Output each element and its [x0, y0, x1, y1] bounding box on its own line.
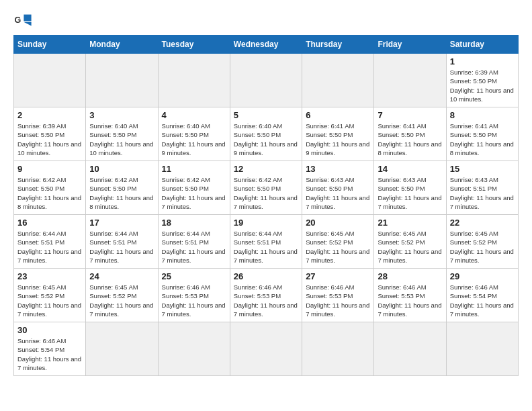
day-number: 3 [89, 110, 154, 120]
calendar-week-4: 23Sunrise: 6:45 AM Sunset: 5:52 PM Dayli… [14, 269, 519, 322]
calendar-cell: 20Sunrise: 6:45 AM Sunset: 5:52 PM Dayli… [302, 215, 374, 269]
day-number: 15 [450, 164, 515, 174]
calendar-cell: 18Sunrise: 6:44 AM Sunset: 5:51 PM Dayli… [158, 215, 230, 269]
day-info: Sunrise: 6:42 AM Sunset: 5:50 PM Dayligh… [162, 175, 226, 211]
day-info: Sunrise: 6:41 AM Sunset: 5:50 PM Dayligh… [450, 122, 515, 157]
day-number: 20 [306, 218, 370, 228]
svg-marker-1 [24, 15, 31, 21]
calendar-cell: 11Sunrise: 6:42 AM Sunset: 5:50 PM Dayli… [158, 161, 230, 215]
header-row: SundayMondayTuesdayWednesdayThursdayFrid… [14, 36, 519, 54]
calendar-cell [374, 322, 446, 376]
calendar-cell: 14Sunrise: 6:43 AM Sunset: 5:50 PM Dayli… [374, 161, 446, 215]
calendar-cell: 8Sunrise: 6:41 AM Sunset: 5:50 PM Daylig… [446, 107, 518, 161]
calendar-cell: 3Sunrise: 6:40 AM Sunset: 5:50 PM Daylig… [86, 107, 158, 161]
header-saturday: Saturday [446, 36, 518, 54]
day-info: Sunrise: 6:43 AM Sunset: 5:50 PM Dayligh… [306, 175, 370, 211]
calendar-cell: 6Sunrise: 6:41 AM Sunset: 5:50 PM Daylig… [302, 107, 374, 161]
calendar-cell: 7Sunrise: 6:41 AM Sunset: 5:50 PM Daylig… [374, 107, 446, 161]
day-info: Sunrise: 6:46 AM Sunset: 5:53 PM Dayligh… [306, 283, 370, 318]
day-number: 28 [378, 271, 442, 281]
calendar-week-1: 2Sunrise: 6:39 AM Sunset: 5:50 PM Daylig… [14, 107, 519, 161]
calendar-cell [374, 54, 446, 107]
calendar-cell: 21Sunrise: 6:45 AM Sunset: 5:52 PM Dayli… [374, 215, 446, 269]
calendar-cell: 27Sunrise: 6:46 AM Sunset: 5:53 PM Dayli… [302, 269, 374, 322]
day-number: 2 [17, 110, 82, 120]
day-number: 21 [378, 218, 442, 228]
calendar-cell: 5Sunrise: 6:40 AM Sunset: 5:50 PM Daylig… [230, 107, 302, 161]
day-info: Sunrise: 6:41 AM Sunset: 5:50 PM Dayligh… [306, 122, 370, 157]
calendar-cell: 22Sunrise: 6:45 AM Sunset: 5:52 PM Dayli… [446, 215, 518, 269]
header-sunday: Sunday [14, 36, 86, 54]
calendar-cell [86, 322, 158, 376]
calendar-table: SundayMondayTuesdayWednesdayThursdayFrid… [13, 35, 519, 376]
day-info: Sunrise: 6:45 AM Sunset: 5:52 PM Dayligh… [450, 229, 515, 265]
calendar-week-0: 1Sunrise: 6:39 AM Sunset: 5:50 PM Daylig… [14, 54, 519, 107]
calendar-cell [446, 322, 518, 376]
calendar-week-3: 16Sunrise: 6:44 AM Sunset: 5:51 PM Dayli… [14, 215, 519, 269]
svg-marker-2 [24, 22, 31, 26]
day-info: Sunrise: 6:44 AM Sunset: 5:51 PM Dayligh… [234, 229, 298, 265]
calendar-cell [230, 54, 302, 107]
day-number: 4 [162, 110, 226, 120]
calendar-cell: 28Sunrise: 6:46 AM Sunset: 5:53 PM Dayli… [374, 269, 446, 322]
calendar-cell: 4Sunrise: 6:40 AM Sunset: 5:50 PM Daylig… [158, 107, 230, 161]
calendar-cell [302, 322, 374, 376]
calendar-week-2: 9Sunrise: 6:42 AM Sunset: 5:50 PM Daylig… [14, 161, 519, 215]
calendar-cell: 24Sunrise: 6:45 AM Sunset: 5:52 PM Dayli… [86, 269, 158, 322]
calendar-cell: 26Sunrise: 6:46 AM Sunset: 5:53 PM Dayli… [230, 269, 302, 322]
day-info: Sunrise: 6:42 AM Sunset: 5:50 PM Dayligh… [17, 175, 82, 211]
page-header: G [13, 11, 519, 30]
day-number: 1 [450, 56, 515, 66]
day-info: Sunrise: 6:44 AM Sunset: 5:51 PM Dayligh… [162, 229, 226, 265]
day-info: Sunrise: 6:40 AM Sunset: 5:50 PM Dayligh… [89, 122, 154, 157]
day-info: Sunrise: 6:40 AM Sunset: 5:50 PM Dayligh… [162, 122, 226, 157]
day-info: Sunrise: 6:45 AM Sunset: 5:52 PM Dayligh… [17, 283, 82, 318]
logo: G [13, 11, 35, 30]
calendar-cell: 13Sunrise: 6:43 AM Sunset: 5:50 PM Dayli… [302, 161, 374, 215]
calendar-cell: 2Sunrise: 6:39 AM Sunset: 5:50 PM Daylig… [14, 107, 86, 161]
calendar-cell: 23Sunrise: 6:45 AM Sunset: 5:52 PM Dayli… [14, 269, 86, 322]
calendar-cell [158, 322, 230, 376]
header-wednesday: Wednesday [230, 36, 302, 54]
day-number: 29 [450, 271, 515, 281]
day-info: Sunrise: 6:43 AM Sunset: 5:51 PM Dayligh… [450, 175, 515, 211]
day-number: 30 [17, 325, 82, 335]
day-info: Sunrise: 6:42 AM Sunset: 5:50 PM Dayligh… [89, 175, 154, 211]
day-info: Sunrise: 6:45 AM Sunset: 5:52 PM Dayligh… [89, 283, 154, 318]
calendar-cell: 10Sunrise: 6:42 AM Sunset: 5:50 PM Dayli… [86, 161, 158, 215]
day-number: 7 [378, 110, 442, 120]
day-info: Sunrise: 6:44 AM Sunset: 5:51 PM Dayligh… [17, 229, 82, 265]
calendar-cell: 17Sunrise: 6:44 AM Sunset: 5:51 PM Dayli… [86, 215, 158, 269]
day-info: Sunrise: 6:46 AM Sunset: 5:53 PM Dayligh… [234, 283, 298, 318]
day-info: Sunrise: 6:46 AM Sunset: 5:54 PM Dayligh… [450, 283, 515, 318]
calendar-cell: 19Sunrise: 6:44 AM Sunset: 5:51 PM Dayli… [230, 215, 302, 269]
calendar-cell: 25Sunrise: 6:46 AM Sunset: 5:53 PM Dayli… [158, 269, 230, 322]
calendar-cell [302, 54, 374, 107]
day-info: Sunrise: 6:41 AM Sunset: 5:50 PM Dayligh… [378, 122, 442, 157]
day-number: 6 [306, 110, 370, 120]
day-number: 27 [306, 271, 370, 281]
day-number: 10 [89, 164, 154, 174]
day-number: 18 [162, 218, 226, 228]
day-info: Sunrise: 6:39 AM Sunset: 5:50 PM Dayligh… [450, 68, 515, 103]
day-number: 14 [378, 164, 442, 174]
day-info: Sunrise: 6:42 AM Sunset: 5:50 PM Dayligh… [234, 175, 298, 211]
day-number: 23 [17, 271, 82, 281]
logo-icon: G [13, 11, 32, 30]
calendar-cell: 16Sunrise: 6:44 AM Sunset: 5:51 PM Dayli… [14, 215, 86, 269]
day-number: 24 [89, 271, 154, 281]
day-number: 16 [17, 218, 82, 228]
day-number: 5 [234, 110, 298, 120]
day-number: 25 [162, 271, 226, 281]
day-info: Sunrise: 6:44 AM Sunset: 5:51 PM Dayligh… [89, 229, 154, 265]
day-info: Sunrise: 6:39 AM Sunset: 5:50 PM Dayligh… [17, 122, 82, 157]
day-info: Sunrise: 6:45 AM Sunset: 5:52 PM Dayligh… [378, 229, 442, 265]
day-number: 9 [17, 164, 82, 174]
day-info: Sunrise: 6:40 AM Sunset: 5:50 PM Dayligh… [234, 122, 298, 157]
calendar-cell: 29Sunrise: 6:46 AM Sunset: 5:54 PM Dayli… [446, 269, 518, 322]
day-info: Sunrise: 6:46 AM Sunset: 5:53 PM Dayligh… [162, 283, 226, 318]
header-friday: Friday [374, 36, 446, 54]
calendar-header: SundayMondayTuesdayWednesdayThursdayFrid… [14, 36, 519, 54]
day-number: 8 [450, 110, 515, 120]
day-number: 12 [234, 164, 298, 174]
